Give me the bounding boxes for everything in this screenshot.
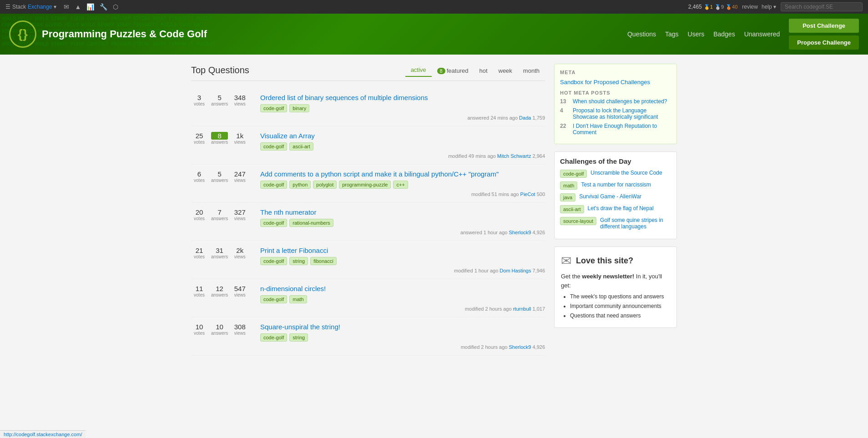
meta-icon[interactable]: ⬡: [113, 3, 118, 10]
question-user-link[interactable]: Dada: [519, 115, 531, 121]
tab-week[interactable]: week: [493, 65, 518, 77]
question-title[interactable]: n-dimensional circles!: [260, 285, 545, 292]
list-item[interactable]: math: [289, 295, 307, 303]
list-item[interactable]: python: [289, 181, 311, 189]
question-title[interactable]: The nth numerator: [260, 208, 545, 216]
vote-number: 21: [191, 247, 207, 254]
vote-label: votes: [191, 254, 207, 259]
list-item[interactable]: code-golf: [260, 142, 287, 151]
question-title[interactable]: Add comments to a python script and make…: [260, 170, 545, 178]
answer-label: answers: [211, 292, 228, 297]
hot-meta-link[interactable]: When should challenges be protected?: [573, 98, 667, 105]
question-user-link[interactable]: Dom Hastings: [500, 268, 531, 273]
nav-questions[interactable]: Questions: [627, 30, 656, 38]
question-title[interactable]: Print a letter Fibonacci: [260, 247, 545, 254]
challenge-link[interactable]: Survival Game - AlienWar: [579, 193, 641, 200]
list-item[interactable]: fibonacci: [310, 257, 336, 265]
topbar-icons: ✉ ▲ 📊 🔧 ⬡: [64, 3, 118, 10]
hot-meta-link[interactable]: Proposal to lock the Language Showcase a…: [573, 107, 671, 120]
question-meta-text: answered 24 mins ago: [467, 115, 519, 121]
list-item[interactable]: ascii-art: [289, 142, 313, 151]
view-count: 348 views: [232, 94, 248, 106]
tab-nav: active 8featured hot week month: [405, 64, 545, 77]
list-item[interactable]: code-golf: [260, 333, 287, 342]
list-item[interactable]: code-golf: [260, 257, 287, 265]
help-link[interactable]: help ▾: [762, 4, 776, 10]
achievements-icon[interactable]: ▲: [75, 3, 81, 10]
list-item[interactable]: string: [289, 333, 308, 342]
nav-unanswered[interactable]: Unanswered: [744, 30, 780, 38]
question-body: The nth numerator code-golfrational-numb…: [260, 208, 545, 235]
propose-challenge-button[interactable]: Propose Challenge: [789, 35, 859, 50]
nav-tags[interactable]: Tags: [665, 30, 679, 38]
challenge-tag[interactable]: java: [560, 193, 575, 201]
vote-number: 25: [191, 132, 207, 140]
stats-icon[interactable]: 📊: [86, 3, 94, 10]
newsletter-box: ✉ Love this site? Get the weekly newslet…: [554, 247, 677, 328]
tab-month[interactable]: month: [518, 65, 545, 77]
list-item[interactable]: polyglot: [313, 181, 337, 189]
tab-hot[interactable]: hot: [474, 65, 493, 77]
sandbox-link[interactable]: Sandbox for Proposed Challenges: [560, 79, 650, 86]
answer-count: 5 answers: [211, 94, 228, 106]
inbox-icon[interactable]: ✉: [64, 3, 69, 10]
tools-icon[interactable]: 🔧: [100, 3, 107, 10]
question-title[interactable]: Visualize an Array: [260, 132, 545, 140]
challenge-link[interactable]: Test a number for narcissism: [581, 181, 651, 188]
tab-active[interactable]: active: [405, 64, 432, 77]
view-label: views: [232, 101, 248, 106]
list-item[interactable]: string: [289, 257, 308, 265]
question-title[interactable]: Square-unspiral the string!: [260, 323, 545, 331]
tab-featured[interactable]: 8featured: [432, 65, 474, 77]
featured-badge: 8: [437, 68, 445, 74]
challenge-link[interactable]: Golf some quine stripes in different lan…: [600, 217, 671, 230]
question-title[interactable]: Ordered list of binary sequences of mult…: [260, 94, 545, 101]
question-user-link[interactable]: PieCot: [520, 191, 535, 197]
post-challenge-button[interactable]: Post Challenge: [789, 19, 859, 33]
question-user-rep: 4,926: [532, 230, 545, 235]
challenge-tag[interactable]: ascii-art: [560, 205, 584, 213]
question-meta-text: modified 51 mins ago: [471, 191, 520, 197]
view-number: 1k: [232, 132, 248, 140]
vote-count: 6 votes: [191, 170, 207, 183]
view-count: 327 views: [232, 208, 248, 221]
list-item[interactable]: code-golf: [260, 295, 287, 303]
site-logo[interactable]: {} Programming Puzzles & Code Golf: [9, 20, 207, 48]
list-item[interactable]: c++: [393, 181, 408, 189]
challenge-tag[interactable]: source-layout: [560, 217, 596, 225]
list-item[interactable]: binary: [289, 104, 309, 112]
question-user-link[interactable]: Sherlock9: [509, 230, 531, 235]
question-user-link[interactable]: Mitch Schwartz: [497, 153, 531, 159]
search-input[interactable]: [781, 2, 863, 11]
list-item[interactable]: code-golf: [260, 104, 287, 112]
page-title: Top Questions: [191, 65, 405, 76]
challenge-link[interactable]: Unscramble the Source Code: [590, 170, 662, 176]
vote-label: votes: [191, 101, 207, 106]
challenge-tag[interactable]: math: [560, 181, 577, 190]
newsletter-title: Love this site?: [576, 256, 633, 266]
challenge-tag[interactable]: code-golf: [560, 170, 587, 178]
nav-users[interactable]: Users: [688, 30, 705, 38]
view-count: 1k views: [232, 132, 248, 145]
answer-number: 7: [211, 208, 228, 216]
challenge-link[interactable]: Let's draw the flag of Nepal: [588, 205, 654, 211]
topbar-brand[interactable]: ☰ StackExchange ▾: [5, 4, 56, 10]
nav-badges[interactable]: Badges: [713, 30, 735, 38]
list-item[interactable]: code-golf: [260, 219, 287, 227]
review-link[interactable]: review: [742, 4, 758, 10]
list-item: Questions that need answers: [570, 312, 670, 320]
list-item[interactable]: programming-puzzle: [339, 181, 391, 189]
hot-meta-link[interactable]: I Don't Have Enough Reputation to Commen…: [573, 123, 671, 136]
vote-number: 10: [191, 323, 207, 331]
question-tags: code-golfpythonpolyglotprogramming-puzzl…: [260, 181, 545, 189]
challenges-title: Challenges of the Day: [560, 157, 671, 165]
question-user-link[interactable]: Sherlock9: [509, 344, 531, 350]
question-stats: 21 votes 31 answers 2k views: [191, 247, 255, 259]
list-item: source-layout Golf some quine stripes in…: [560, 217, 671, 230]
list-item[interactable]: code-golf: [260, 181, 287, 189]
question-user-rep: 7,946: [532, 268, 545, 273]
vote-label: votes: [191, 140, 207, 145]
table-row: 21 votes 31 answers 2k views Print a let…: [191, 241, 545, 279]
question-user-link[interactable]: rturnbull: [513, 306, 531, 312]
list-item[interactable]: rational-numbers: [289, 219, 333, 227]
